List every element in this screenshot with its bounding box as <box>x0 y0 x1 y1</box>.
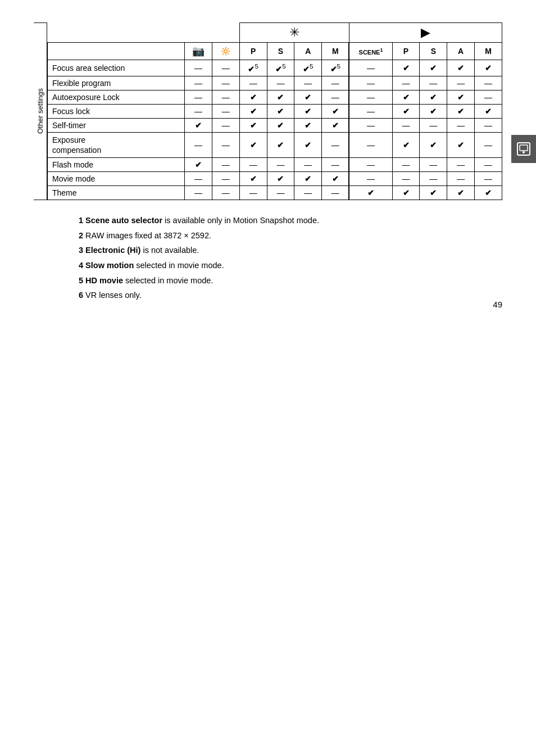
svg-rect-1 <box>520 145 528 151</box>
table-row: Self-timer ✔ — ✔ ✔ ✔ ✔ — — — — — <box>48 118 502 132</box>
footnotes-section: 1 Scene auto selector is available only … <box>79 214 502 302</box>
table-row: Autoexposure Lock — — ✔ ✔ ✔ — — ✔ ✔ ✔ — <box>48 90 502 104</box>
column-header-row: 📷 🔆 P S A M SCENE1 P S A M <box>48 43 502 60</box>
footnote-4: 4 Slow motion selected in movie mode. <box>79 259 502 273</box>
table-row: Focus lock — — ✔ ✔ ✔ ✔ — ✔ ✔ ✔ ✔ <box>48 104 502 118</box>
table-section: Other settings ✳ ▶ <box>34 22 502 200</box>
motion-snap-group-icon: ✳ <box>239 23 349 43</box>
table-row: Flexible program — — — — — — — — — — — <box>48 76 502 90</box>
footnote-5: 5 HD movie selected in movie mode. <box>79 274 502 288</box>
side-tab-icon[interactable] <box>511 135 536 163</box>
video-group-icon: ▶ <box>349 23 502 43</box>
side-label: Other settings <box>34 22 47 200</box>
svg-point-2 <box>523 151 525 153</box>
table-row: Focus area selection — — ✔5 ✔5 ✔5 ✔5 — ✔… <box>48 60 502 76</box>
page-container: Other settings ✳ ▶ <box>0 0 536 326</box>
footnote-6: 6 VR lenses only. <box>79 288 502 302</box>
table-row: Theme — — — — — — ✔ ✔ ✔ ✔ ✔ <box>48 186 502 200</box>
footnote-3: 3 Electronic (Hi) is not available. <box>79 243 502 257</box>
settings-table: ✳ ▶ 📷 🔆 P S A M SCENE1 P <box>47 22 502 200</box>
group-icon-row: ✳ ▶ <box>48 23 502 43</box>
footnote-2: 2 RAW images fixed at 3872 × 2592. <box>79 229 502 243</box>
table-row: Exposurecompensation — — ✔ ✔ ✔ — — ✔ ✔ ✔… <box>48 132 502 157</box>
table-row: Movie mode — — ✔ ✔ ✔ ✔ — — — — — <box>48 172 502 186</box>
table-row: Flash mode ✔ — — — — — — — — — — <box>48 158 502 172</box>
footnote-1: 1 Scene auto selector is available only … <box>79 214 502 228</box>
page-number: 49 <box>493 300 502 309</box>
